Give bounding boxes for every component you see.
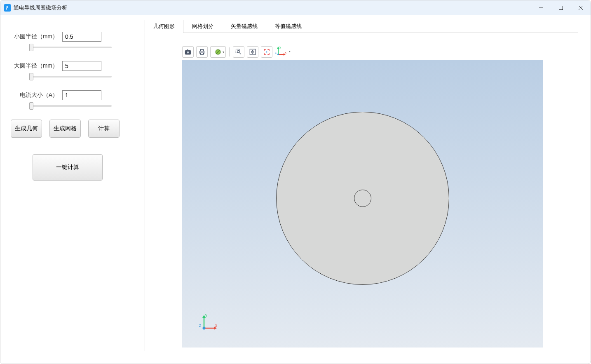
generate-geometry-button[interactable]: 生成几何 [11, 120, 42, 138]
axes-indicator: y x z [198, 312, 218, 334]
titlebar: 通电导线周围磁场分析 [0, 0, 591, 15]
print-icon[interactable] [196, 46, 208, 58]
svg-line-14 [239, 53, 241, 54]
tab-contour[interactable]: 等值磁感线 [266, 20, 310, 33]
pan-icon[interactable] [247, 46, 258, 58]
svg-text:z: z [199, 323, 201, 328]
param-current: 电流大小（A） [13, 90, 122, 100]
zoom-area-icon[interactable] [233, 46, 244, 58]
tab-vector[interactable]: 矢量磁感线 [222, 20, 266, 33]
main: 小圆半径（mm） 大圆半径（mm） 电流大小（A） 生成几何 生成网格 计算 一… [0, 15, 591, 364]
input-large-radius[interactable] [62, 61, 101, 71]
svg-rect-1 [559, 6, 563, 9]
viewport-toolbar: y x z ▾ [182, 45, 561, 59]
svg-rect-8 [200, 49, 204, 51]
svg-text:x: x [285, 51, 286, 54]
svg-point-5 [187, 51, 189, 54]
viewport-panel: y x z ▾ y [145, 33, 578, 351]
svg-point-16 [266, 52, 267, 53]
tab-geometry[interactable]: 几何图形 [145, 20, 183, 33]
camera-icon[interactable] [182, 46, 194, 58]
svg-rect-9 [200, 53, 204, 54]
param-small-radius: 小圆半径（mm） [13, 32, 122, 42]
one-click-calculate-button[interactable]: 一键计算 [33, 154, 103, 181]
generate-mesh-button[interactable]: 生成网格 [49, 120, 81, 138]
fit-icon[interactable] [261, 46, 272, 58]
titlebar-left: 通电导线周围磁场分析 [4, 4, 67, 12]
calculate-button[interactable]: 计算 [88, 120, 120, 138]
toolbar-separator [229, 47, 230, 56]
app-icon [4, 4, 11, 12]
tabs: 几何图形 网格划分 矢量磁感线 等值磁感线 [143, 19, 591, 33]
tab-mesh[interactable]: 网格划分 [183, 20, 222, 33]
svg-text:z: z [275, 51, 277, 54]
small-circle [354, 190, 371, 207]
svg-rect-6 [187, 49, 188, 51]
maximize-button[interactable] [551, 1, 571, 15]
svg-text:y: y [279, 45, 281, 49]
minimize-button[interactable] [531, 1, 551, 15]
input-current[interactable] [62, 90, 101, 100]
input-small-radius[interactable] [62, 32, 101, 42]
label-large-radius: 大圆半径（mm） [13, 62, 58, 70]
slider-current[interactable] [29, 105, 112, 107]
slider-small-radius[interactable] [29, 47, 112, 48]
slider-large-radius[interactable] [29, 76, 112, 77]
viewport-canvas[interactable]: y x z [182, 60, 543, 348]
close-button[interactable] [571, 1, 591, 15]
label-small-radius: 小圆半径（mm） [13, 33, 58, 40]
forbid-icon[interactable] [210, 46, 226, 58]
window-title: 通电导线周围磁场分析 [14, 4, 67, 12]
svg-text:y: y [205, 313, 207, 317]
label-current: 电流大小（A） [13, 92, 58, 99]
svg-point-23 [277, 54, 279, 55]
axes-selector[interactable]: y x z ▾ [275, 45, 287, 58]
svg-text:x: x [215, 323, 217, 328]
svg-point-31 [203, 327, 206, 330]
sidebar: 小圆半径（mm） 大圆半径（mm） 电流大小（A） 生成几何 生成网格 计算 一… [0, 15, 143, 364]
content: 几何图形 网格划分 矢量磁感线 等值磁感线 [143, 15, 591, 364]
param-large-radius: 大圆半径（mm） [13, 61, 122, 71]
window-controls [531, 1, 591, 15]
action-buttons: 生成几何 生成网格 计算 [11, 120, 122, 138]
svg-point-13 [237, 51, 239, 53]
